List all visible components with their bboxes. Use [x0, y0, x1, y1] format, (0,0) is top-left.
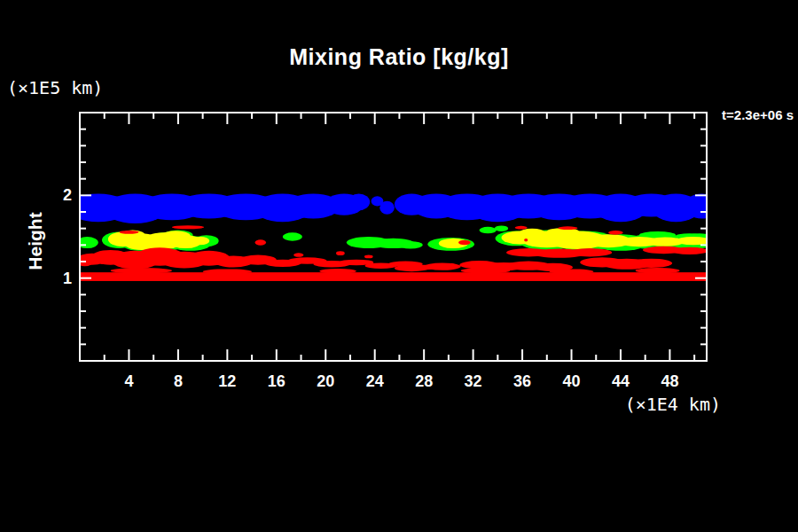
- cloud-band-red-blob: [567, 248, 612, 256]
- cloud-band-green-blob: [495, 225, 508, 231]
- cloud-band-yellow-blob: [160, 231, 190, 241]
- x-tick-label: 28: [415, 372, 433, 390]
- contour-regions: [66, 193, 719, 280]
- cloud-band-red-blob: [550, 269, 594, 274]
- cloud-band-red-blob: [636, 268, 680, 274]
- cloud-band-red-blob: [119, 231, 138, 234]
- x-tick-label: 4: [124, 372, 133, 390]
- y-tick-label: 1: [63, 270, 72, 287]
- cloud-band-blue: [66, 193, 719, 223]
- x-tick-label: 32: [465, 372, 482, 390]
- cloud-band-red-blob: [630, 259, 672, 268]
- cloud-band-red-blob: [336, 251, 345, 255]
- x-tick-label: 44: [612, 372, 630, 390]
- cloud-band-green-blob: [480, 227, 497, 233]
- cloud-band-red-blob: [111, 268, 172, 274]
- cloud-band-blue-blob: [379, 201, 395, 215]
- x-tick-label: 40: [562, 372, 580, 390]
- x-tick-label: 24: [366, 372, 384, 390]
- cloud-band-red-blob: [608, 231, 623, 235]
- cloud-band-green-blob: [283, 232, 302, 240]
- cloud-band-green-blob: [398, 241, 423, 248]
- x-tick-label: 20: [317, 372, 334, 390]
- cloud-band-red-blob: [558, 226, 577, 230]
- cloud-band-red-blob: [515, 226, 528, 230]
- cloud-band-red-blob: [319, 269, 356, 274]
- x-tick-label: 8: [174, 372, 183, 390]
- cloud-band-red-blob: [424, 262, 461, 270]
- cloud-band-yellow-blob: [191, 237, 209, 245]
- cloud-band-red-blob: [458, 240, 471, 246]
- cloud-band-blue-blob: [685, 193, 719, 218]
- x-tick-label: 12: [218, 372, 236, 390]
- x-tick-label: 48: [661, 372, 678, 390]
- cloud-band-red-blob: [203, 269, 252, 274]
- cloud-band-red-blob: [395, 265, 429, 271]
- cloud-band-yellow-blob: [676, 237, 710, 245]
- cloud-band-red-blob: [255, 239, 266, 246]
- cloud-band-yellow-blob: [520, 229, 544, 236]
- cloud-band-red-rect: [80, 272, 707, 281]
- y-tick-label: 2: [63, 186, 72, 204]
- cloud-band-red-blob: [461, 268, 510, 274]
- cloud-band-red-blob: [172, 225, 204, 229]
- x-tick-label: 16: [268, 372, 286, 390]
- cloud-band-red-blob: [364, 255, 373, 259]
- x-tick-label: 36: [513, 372, 531, 390]
- cloud-band-blue-blob: [348, 193, 370, 210]
- cloud-band-red-blob: [293, 253, 303, 257]
- cloud-band-red-blob: [524, 239, 528, 241]
- cloud-band-red-blob: [671, 247, 708, 254]
- contour-plot: 481216202428323640444812: [0, 0, 798, 532]
